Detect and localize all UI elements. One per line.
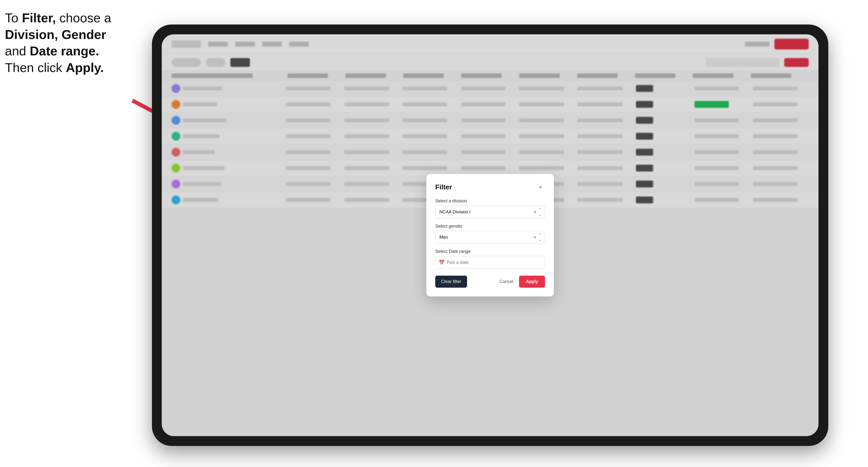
instruction-bold2: Division, Gender	[5, 27, 106, 42]
apply-button[interactable]: Apply	[519, 276, 545, 288]
division-select[interactable]: NCAA Division I	[435, 206, 545, 218]
division-label: Select a division	[435, 198, 545, 204]
instruction-text: To Filter, choose a Division, Gender and…	[5, 10, 142, 76]
instruction-bold3: Date range.	[30, 44, 99, 58]
instruction-line4: Then click Apply.	[5, 61, 104, 75]
date-form-group: Select Date range 📅	[435, 249, 545, 269]
date-input[interactable]	[435, 256, 545, 269]
tablet-screen: Filter × Select a division NCAA Division…	[162, 34, 818, 436]
division-select-wrapper: NCAA Division I ✕ ⌃⌄	[435, 206, 545, 218]
filter-modal: Filter × Select a division NCAA Division…	[426, 174, 554, 297]
instruction-line1: To Filter, choose a	[5, 11, 111, 25]
calendar-icon: 📅	[439, 259, 445, 266]
modal-close-button[interactable]: ×	[536, 183, 545, 192]
modal-title: Filter	[435, 183, 452, 191]
clear-filter-button[interactable]: Clear filter	[435, 276, 467, 288]
modal-header: Filter ×	[435, 183, 545, 192]
tablet-frame: Filter × Select a division NCAA Division…	[152, 25, 828, 446]
date-input-wrapper: 📅	[435, 256, 545, 269]
instruction-line3: and Date range.	[5, 44, 99, 58]
modal-overlay: Filter × Select a division NCAA Division…	[162, 34, 818, 436]
date-label: Select Date range	[435, 249, 545, 254]
cancel-button[interactable]: Cancel	[497, 276, 516, 288]
modal-footer-right: Cancel Apply	[497, 276, 545, 288]
gender-label: Select gender	[435, 224, 545, 229]
modal-footer: Clear filter Cancel Apply	[435, 276, 545, 288]
division-form-group: Select a division NCAA Division I ✕ ⌃⌄	[435, 198, 545, 218]
gender-select[interactable]: Men	[435, 231, 545, 244]
instruction-bold4: Apply.	[66, 61, 104, 75]
gender-select-wrapper: Men ✕ ⌃⌄	[435, 231, 545, 244]
gender-form-group: Select gender Men ✕ ⌃⌄	[435, 224, 545, 244]
